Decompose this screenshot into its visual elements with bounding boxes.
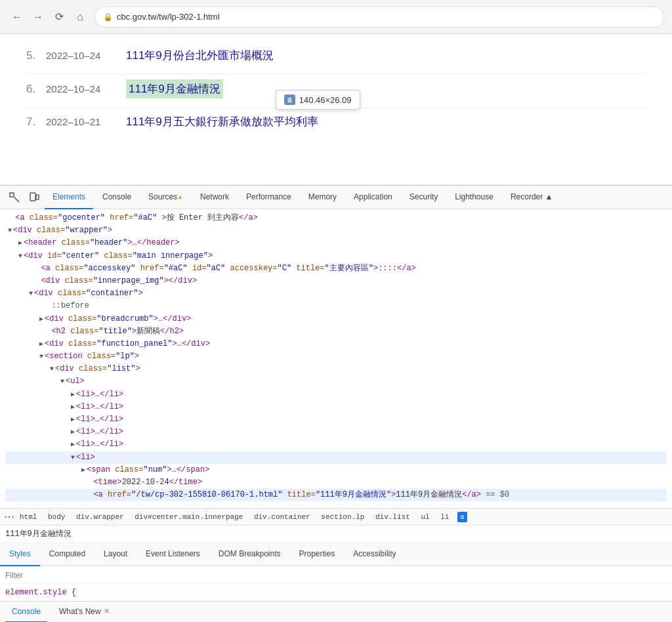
css-brace-open: {: [72, 588, 76, 597]
nav-buttons: ← → ⟳ ⌂: [8, 8, 89, 26]
css-selector: element.style: [5, 588, 72, 597]
forward-button[interactable]: →: [29, 8, 47, 26]
filter-input[interactable]: [5, 571, 667, 580]
item-date-7: 2022–10–21: [46, 115, 118, 130]
breadcrumb-li[interactable]: li: [438, 512, 452, 522]
css-content: element.style {: [0, 584, 672, 601]
tab-security[interactable]: Security: [402, 186, 446, 209]
news-item-5: 5. 2022–10–24 111年9月份台北外匯市場概況: [26, 47, 646, 64]
devtools-toolbar: Elements Console Sources ▲ Network Perfo…: [0, 186, 672, 209]
styles-tab-properties[interactable]: Properties: [290, 543, 345, 566]
breadcrumb-bar: html body div.wrapper div#center.main.in…: [17, 512, 668, 522]
item-num-5: 5.: [26, 47, 46, 64]
bottom-tab-whats-new[interactable]: What's New ✕: [52, 602, 116, 623]
html-line-19[interactable]: ▼ <li>: [5, 451, 667, 464]
line-spacer: [8, 212, 12, 224]
tab-network[interactable]: Network: [192, 186, 237, 209]
breadcrumb-container[interactable]: div.container: [251, 512, 313, 522]
whats-new-close-icon[interactable]: ✕: [104, 607, 110, 615]
html-line-22[interactable]: <a href="/tw/cp-302-155810-06170-1.html"…: [5, 489, 667, 501]
browser-chrome: ← → ⟳ ⌂ 🔒 cbc.gov.tw/tw/lp-302-1.html: [0, 0, 672, 34]
styles-tab-dom-breakpoints[interactable]: DOM Breakpoints: [209, 543, 290, 566]
html-line-15[interactable]: ▶ <li>…</li>: [5, 401, 667, 413]
html-line-9[interactable]: <h2 class="title" > 新聞稿 </h2>: [5, 325, 667, 338]
devtools-html-panel[interactable]: <a class="gocenter" href="#aC" > 按 Enter…: [0, 209, 672, 508]
bottom-bar: Console What's New ✕: [0, 601, 672, 622]
svg-rect-1: [30, 193, 35, 201]
element-picker-button[interactable]: [5, 188, 24, 207]
item-date-6: 2022–10–24: [46, 82, 118, 97]
bottom-tab-console[interactable]: Console: [5, 602, 47, 623]
separator-5-6: [26, 73, 646, 74]
tab-sources[interactable]: Sources ▲: [140, 186, 191, 209]
device-toolbar-button[interactable]: [25, 188, 43, 207]
item-num-6: 6.: [26, 81, 46, 98]
devtools-panel: Elements Console Sources ▲ Network Perfo…: [0, 185, 672, 622]
bottom-info-bar: ⋯ html body div.wrapper div#center.main.…: [0, 508, 672, 526]
tooltip-tag: a: [284, 94, 295, 105]
html-line-5[interactable]: <div class="innerpage_img" ></div>: [5, 275, 667, 287]
item-title-5[interactable]: 111年9月份台北外匯市場概況: [126, 47, 274, 64]
tooltip-size: 140.46×26.09: [299, 95, 352, 105]
url-text: cbc.gov.tw/tw/lp-302-1.html: [117, 12, 220, 22]
html-line-17[interactable]: ▶ <li>…</li>: [5, 426, 667, 438]
item-title-7[interactable]: 111年9月五大銀行新承做放款平均利率: [126, 114, 318, 131]
styles-tabs-bar: Styles Computed Layout Event Listeners D…: [0, 543, 672, 566]
html-line-13[interactable]: ▼ <ul>: [5, 375, 667, 388]
item-date-5: 2022–10–24: [46, 49, 118, 64]
breadcrumb-a[interactable]: a: [457, 512, 467, 522]
html-line-2[interactable]: ▶ <header class="header" >…</header>: [5, 237, 667, 249]
selected-element-bar: 111年9月金融情況: [0, 526, 672, 543]
tab-performance[interactable]: Performance: [238, 186, 299, 209]
svg-rect-2: [36, 195, 39, 199]
breadcrumb-center[interactable]: div#center.main.innerpage: [132, 512, 245, 522]
html-line-8[interactable]: ▶ <div class="breadcrumb" >…</div>: [5, 313, 667, 325]
html-line-18[interactable]: ▶ <li>…</li>: [5, 438, 667, 451]
lock-icon: 🔒: [103, 12, 113, 22]
reload-button[interactable]: ⟳: [50, 8, 68, 26]
address-bar[interactable]: 🔒 cbc.gov.tw/tw/lp-302-1.html: [94, 7, 664, 28]
html-line-1[interactable]: ▼ <div class="wrapper" >: [5, 224, 667, 237]
html-line-16[interactable]: ▶ <li>…</li>: [5, 413, 667, 426]
html-line-10[interactable]: ▶ <div class="function_panel" >…</div>: [5, 338, 667, 350]
breadcrumb-section-lp[interactable]: section.lp: [318, 512, 367, 522]
styles-tab-event-listeners[interactable]: Event Listeners: [136, 543, 209, 566]
home-button[interactable]: ⌂: [71, 8, 89, 26]
tab-memory[interactable]: Memory: [301, 186, 345, 209]
ellipsis-button[interactable]: ⋯: [4, 510, 14, 523]
tab-recorder[interactable]: Recorder ▲: [503, 186, 561, 209]
styles-tab-layout[interactable]: Layout: [94, 543, 136, 566]
svg-rect-0: [10, 193, 14, 197]
html-line-20[interactable]: ▶ <span class="num" >…</span>: [5, 464, 667, 476]
breadcrumb-div-list[interactable]: div.list: [373, 512, 413, 522]
html-line-21[interactable]: <time> 2022-10-24 </time>: [5, 476, 667, 489]
styles-tab-computed[interactable]: Computed: [40, 543, 94, 566]
html-line-11[interactable]: ▼ <section class="lp" >: [5, 350, 667, 363]
html-line-6[interactable]: ▼ <div class="container" >: [5, 287, 667, 300]
filter-bar: [0, 566, 672, 584]
tab-elements[interactable]: Elements: [45, 186, 93, 209]
page-content: 5. 2022–10–24 111年9月份台北外匯市場概況 6. 2022–10…: [0, 34, 672, 185]
back-button[interactable]: ←: [8, 8, 26, 26]
breadcrumb-wrapper[interactable]: div.wrapper: [74, 512, 127, 522]
html-line-3[interactable]: ▼ <div id="center" class="main innerpage…: [5, 250, 667, 262]
styles-tab-accessibility[interactable]: Accessibility: [344, 543, 405, 566]
item-num-7: 7.: [26, 114, 46, 131]
html-line-7[interactable]: ::before: [5, 300, 667, 312]
breadcrumb-html[interactable]: html: [17, 512, 39, 522]
breadcrumb-ul[interactable]: ul: [418, 512, 432, 522]
html-line-4[interactable]: <a class="accesskey" href="#aC" id="aC" …: [5, 262, 667, 275]
tooltip: a 140.46×26.09: [276, 90, 360, 110]
item-title-6[interactable]: 111年9月金融情況: [126, 79, 223, 99]
news-item-7: 7. 2022–10–21 111年9月五大銀行新承做放款平均利率: [26, 114, 646, 131]
selected-element-text: 111年9月金融情況: [5, 529, 72, 539]
tab-lighthouse[interactable]: Lighthouse: [447, 186, 501, 209]
html-line-0[interactable]: <a class="gocenter" href="#aC" > 按 Enter…: [5, 212, 667, 224]
tab-console[interactable]: Console: [94, 186, 139, 209]
html-line-14[interactable]: ▶ <li>…</li>: [5, 388, 667, 401]
breadcrumb-body[interactable]: body: [45, 512, 68, 522]
styles-tab-styles[interactable]: Styles: [0, 543, 40, 566]
html-line-12[interactable]: ▼ <div class="list" >: [5, 363, 667, 375]
tab-application[interactable]: Application: [346, 186, 400, 209]
